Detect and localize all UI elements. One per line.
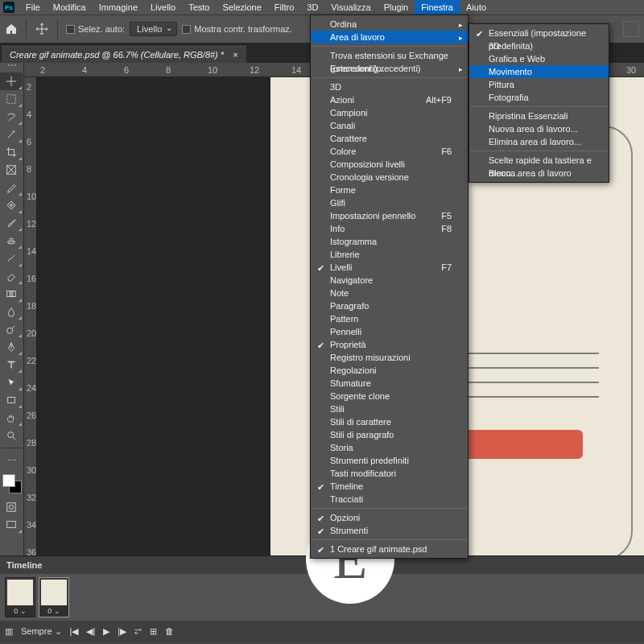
healing-brush-tool[interactable] xyxy=(0,196,23,214)
menu-filtro[interactable]: Filtro xyxy=(268,0,300,14)
menu-item[interactable]: Tasti modificatori xyxy=(311,467,468,480)
menu-item[interactable]: Forme xyxy=(311,184,468,196)
submenu-item[interactable]: Nuova area di lavoro... xyxy=(469,122,609,135)
menu-item[interactable]: Carattere xyxy=(311,132,468,145)
dodge-tool[interactable] xyxy=(0,320,23,338)
path-selection-tool[interactable] xyxy=(0,374,23,391)
menu-item[interactable]: Stili di paragrafo xyxy=(311,428,468,441)
clone-stamp-tool[interactable] xyxy=(0,232,23,250)
menu-item[interactable]: Canali xyxy=(311,119,468,132)
transform-controls-checkbox[interactable] xyxy=(182,25,191,34)
menu-selezione[interactable]: Selezione xyxy=(216,0,267,14)
rectangle-tool[interactable] xyxy=(0,391,23,409)
menu-item[interactable]: Librerie xyxy=(311,248,468,261)
submenu-item[interactable]: Scelte rapide da tastiera e menu... xyxy=(469,154,609,167)
menu-item[interactable]: ✔1 Creare gif animate.psd xyxy=(311,543,468,555)
loop-selector[interactable]: Sempre ⌄ xyxy=(21,626,62,637)
auto-select-target[interactable]: Livello xyxy=(130,22,177,36)
move-tool-icon[interactable] xyxy=(35,22,49,36)
submenu-item[interactable]: Blocca area di lavoro xyxy=(469,167,609,180)
document-tab[interactable]: Creare gif animate.psd @ 66.7% (Cellular… xyxy=(2,46,246,63)
menu-modifica[interactable]: Modifica xyxy=(47,0,93,14)
menu-item[interactable]: ✔Timeline xyxy=(311,480,468,493)
marquee-tool[interactable] xyxy=(0,90,23,108)
menu-item[interactable]: Glifi xyxy=(311,196,468,209)
menu-item[interactable]: Paragrafo xyxy=(311,299,468,312)
convert-timeline-icon[interactable]: ▥ xyxy=(5,626,13,637)
menu-finestra[interactable]: Finestra xyxy=(415,0,460,14)
pen-tool[interactable] xyxy=(0,338,23,356)
menu-item[interactable]: Sfumature xyxy=(311,377,468,390)
eraser-tool[interactable] xyxy=(0,267,23,285)
prev-frame-icon[interactable]: ◀| xyxy=(86,626,95,637)
menu-item[interactable]: Navigatore xyxy=(311,274,468,287)
menu-3d[interactable]: 3D xyxy=(300,0,324,14)
blur-tool[interactable] xyxy=(0,303,23,320)
panel-grip[interactable] xyxy=(0,64,23,71)
edit-toolbar[interactable]: ⋯ xyxy=(0,452,23,469)
menu-item[interactable]: Pennelli xyxy=(311,325,468,338)
menu-item[interactable]: Estensioni (precedenti) xyxy=(311,62,468,75)
menu-item[interactable]: Note xyxy=(311,287,468,299)
menu-item[interactable]: Campioni xyxy=(311,106,468,119)
menu-file[interactable]: File xyxy=(19,0,47,14)
type-tool[interactable] xyxy=(0,356,23,374)
submenu-item[interactable]: Grafica e Web xyxy=(469,52,609,65)
first-frame-icon[interactable]: |◀ xyxy=(70,626,79,637)
menu-item[interactable]: Strumenti predefiniti xyxy=(311,454,468,467)
timeline-frame[interactable]: 10 ⌄ xyxy=(5,577,35,617)
menu-item[interactable]: AzioniAlt+F9 xyxy=(311,93,468,106)
screen-mode-toggle[interactable] xyxy=(0,516,23,534)
hand-tool[interactable] xyxy=(0,409,23,427)
submenu-item[interactable]: ✔Essenziali (impostazione predefinita) xyxy=(469,27,609,39)
menu-livello[interactable]: Livello xyxy=(144,0,182,14)
menu-item[interactable]: Regolazioni xyxy=(311,364,468,377)
crop-tool[interactable] xyxy=(0,143,23,161)
menu-item[interactable]: ✔Strumenti xyxy=(311,524,468,537)
menu-item[interactable]: Sorgente clone xyxy=(311,390,468,402)
lasso-tool[interactable] xyxy=(0,108,23,126)
history-brush-tool[interactable] xyxy=(0,250,23,267)
tween-icon[interactable]: ⥂ xyxy=(134,626,142,637)
align-icon[interactable] xyxy=(623,21,639,37)
move-tool[interactable] xyxy=(0,72,23,90)
color-swatches[interactable] xyxy=(2,474,22,493)
menu-item[interactable]: ✔Proprietà xyxy=(311,338,468,351)
next-frame-icon[interactable]: |▶ xyxy=(118,626,126,637)
menu-plugin[interactable]: Plugin xyxy=(378,0,415,14)
close-icon[interactable]: × xyxy=(233,50,237,60)
zoom-tool[interactable] xyxy=(0,427,23,444)
menu-item[interactable]: ✔LivelliF7 xyxy=(311,261,468,274)
eyedropper-tool[interactable] xyxy=(0,179,23,196)
menu-immagine[interactable]: Immagine xyxy=(93,0,144,14)
menu-item[interactable]: Ordina xyxy=(311,18,468,31)
frame-tool[interactable] xyxy=(0,161,23,179)
menu-item[interactable]: Composizioni livelli xyxy=(311,158,468,171)
menu-item[interactable]: ColoreF6 xyxy=(311,145,468,158)
submenu-item[interactable]: Pittura xyxy=(469,78,609,91)
brush-tool[interactable] xyxy=(0,214,23,232)
magic-wand-tool[interactable] xyxy=(0,126,23,143)
submenu-item[interactable]: Movimento xyxy=(469,65,609,78)
submenu-item[interactable]: Ripristina Essenziali xyxy=(469,109,609,122)
auto-select-checkbox[interactable] xyxy=(66,25,75,34)
menu-testo[interactable]: Testo xyxy=(182,0,216,14)
submenu-item[interactable]: Fotografia xyxy=(469,91,609,104)
menu-aiuto[interactable]: Aiuto xyxy=(460,0,493,14)
menu-item[interactable]: Registro misurazioni xyxy=(311,351,468,364)
timeline-frame[interactable]: 20 ⌄ xyxy=(39,577,69,617)
menu-item[interactable]: InfoF8 xyxy=(311,222,468,235)
menu-item[interactable]: Tracciati xyxy=(311,493,468,506)
menu-item[interactable]: Storia xyxy=(311,441,468,454)
quick-mask-toggle[interactable] xyxy=(0,498,23,516)
menu-item[interactable]: Istogramma xyxy=(311,235,468,248)
home-icon[interactable] xyxy=(5,23,18,35)
menu-item[interactable]: Stili di carattere xyxy=(311,415,468,428)
menu-item[interactable]: Stili xyxy=(311,402,468,415)
menu-item[interactable]: Pattern xyxy=(311,312,468,325)
menu-item[interactable]: ✔Opzioni xyxy=(311,511,468,524)
menu-item[interactable]: Trova estensioni su Exchange (precedenti… xyxy=(311,49,468,62)
menu-item[interactable]: Area di lavoro xyxy=(311,31,468,43)
submenu-item[interactable]: 3D xyxy=(469,39,609,52)
new-frame-icon[interactable]: ⊞ xyxy=(150,626,157,637)
